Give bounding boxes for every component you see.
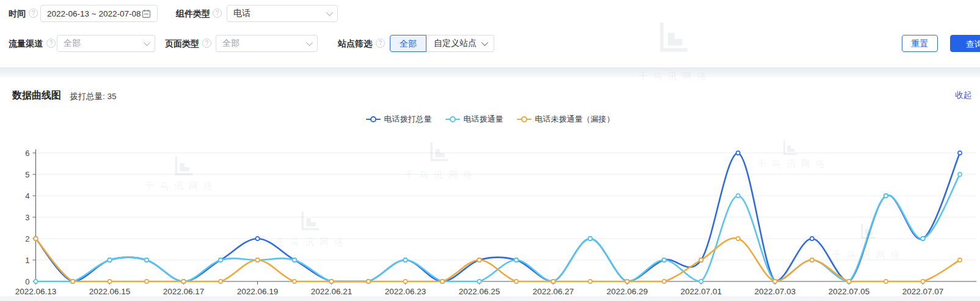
- site-filter-help-icon[interactable]: ?: [376, 39, 385, 48]
- date-range-input[interactable]: 2022-06-13 ~ 2022-07-08: [40, 5, 158, 22]
- chevron-down-icon: [306, 39, 313, 46]
- x-tick-label: 2022.07.07: [902, 287, 944, 296]
- data-point-marker: [662, 280, 666, 283]
- page-type-select[interactable]: 全部: [216, 35, 318, 52]
- site-filter-label: 站点筛选: [338, 35, 372, 52]
- data-point-marker: [255, 237, 259, 240]
- data-point-marker: [403, 280, 407, 283]
- line-chart-canvas[interactable]: 01234562022.06.132022.06.152022.06.17202…: [0, 141, 980, 301]
- component-type-select[interactable]: 电话: [227, 5, 338, 22]
- chart-legend: 电话拨打总量电话拨通量电话未拨通量（漏接）: [0, 114, 980, 125]
- data-point-marker: [736, 237, 740, 240]
- data-point-marker: [293, 258, 296, 262]
- data-point-marker: [699, 258, 703, 262]
- legend-item-0[interactable]: 电话拨打总量: [366, 114, 432, 125]
- calendar-icon: [142, 9, 151, 18]
- page-type-value: 全部: [222, 38, 301, 49]
- y-tick-label: 6: [25, 149, 29, 158]
- data-point-marker: [477, 280, 481, 283]
- data-point-marker: [921, 237, 924, 240]
- section-divider: [0, 67, 980, 77]
- component-type-value: 电话: [233, 8, 321, 19]
- data-point-marker: [403, 258, 407, 262]
- component-type-help-icon[interactable]: ?: [213, 9, 222, 18]
- data-point-marker: [921, 280, 924, 283]
- data-point-marker: [71, 280, 75, 283]
- page-type-label: 页面类型: [165, 35, 199, 52]
- data-point-marker: [477, 258, 481, 262]
- call-total-stat: 拨打总量: 35: [70, 91, 117, 102]
- x-tick-label: 2022.07.03: [755, 287, 796, 296]
- data-point-marker: [588, 280, 592, 283]
- x-tick-label: 2022.06.29: [607, 287, 648, 296]
- data-point-marker: [810, 258, 814, 262]
- watermark-text: 千马讯网络: [404, 169, 478, 181]
- data-point-marker: [441, 280, 444, 283]
- data-point-marker: [108, 258, 111, 262]
- traffic-channel-select[interactable]: 全部: [57, 35, 155, 52]
- panel-title: 数据曲线图: [12, 89, 61, 102]
- reset-button[interactable]: 重置: [902, 35, 938, 52]
- site-filter-segmented: 全部 自定义站点: [390, 35, 494, 52]
- watermark-text: 千马讯网络: [145, 180, 218, 192]
- y-tick-label: 0: [25, 277, 29, 286]
- legend-line-marker-icon: [517, 116, 532, 122]
- chevron-down-icon: [144, 39, 150, 46]
- data-point-marker: [34, 237, 37, 240]
- data-point-marker: [958, 258, 962, 262]
- page-type-help-icon[interactable]: ?: [202, 39, 211, 48]
- x-tick-label: 2022.06.21: [311, 287, 353, 296]
- data-point-marker: [219, 280, 222, 283]
- data-point-marker: [108, 280, 111, 283]
- data-point-marker: [514, 258, 518, 262]
- watermark-logo-icon: [427, 141, 449, 163]
- y-tick-label: 4: [25, 191, 29, 201]
- data-point-marker: [551, 280, 555, 283]
- y-tick-label: 3: [25, 213, 29, 222]
- legend-label: 电话未拨通量（漏接）: [535, 114, 615, 125]
- line-chart-svg: 01234562022.06.132022.06.152022.06.17202…: [0, 141, 980, 301]
- time-filter-label: 时间: [9, 5, 26, 22]
- data-point-marker: [958, 151, 962, 155]
- data-point-marker: [884, 280, 888, 283]
- legend-item-1[interactable]: 电话拨通量: [445, 114, 503, 125]
- x-tick-label: 2022.07.01: [681, 287, 722, 296]
- x-tick-label: 2022.06.23: [385, 287, 426, 296]
- legend-item-2[interactable]: 电话未拨通量（漏接）: [517, 114, 615, 125]
- watermark-text: 千马讯网络: [638, 71, 712, 83]
- data-point-marker: [773, 280, 777, 283]
- legend-label: 电话拨通量: [464, 114, 503, 125]
- collapse-link[interactable]: 收起: [955, 90, 971, 101]
- dashboard-page: { "filters": { "help_glyph": "?", "time"…: [0, 0, 980, 301]
- data-point-marker: [736, 194, 740, 198]
- legend-label: 电话拨打总量: [384, 114, 432, 125]
- watermark-text: 千马讯网络: [832, 250, 905, 261]
- x-tick-label: 2022.06.13: [15, 287, 57, 296]
- x-tick-label: 2022.07.05: [828, 287, 870, 296]
- query-button[interactable]: 查询: [950, 35, 980, 52]
- data-point-marker: [588, 237, 592, 240]
- data-point-marker: [699, 280, 703, 283]
- data-point-marker: [662, 258, 666, 262]
- x-tick-label: 2022.06.25: [459, 287, 500, 296]
- traffic-channel-help-icon[interactable]: ?: [46, 39, 56, 48]
- watermark-text: 千马讯网络: [757, 158, 830, 170]
- next-panel-edge: [0, 297, 980, 301]
- data-point-marker: [847, 280, 850, 283]
- x-tick-label: 2022.06.19: [237, 287, 279, 296]
- data-point-marker: [736, 151, 740, 155]
- data-point-marker: [958, 173, 962, 176]
- chevron-down-icon: [326, 9, 333, 16]
- x-tick-label: 2022.06.17: [163, 287, 205, 296]
- legend-line-marker-icon: [445, 116, 460, 122]
- traffic-channel-label: 流量渠道: [9, 35, 43, 52]
- watermark-logo-icon: [172, 155, 194, 177]
- site-custom-button[interactable]: 自定义站点: [426, 35, 494, 52]
- y-tick-label: 1: [25, 256, 29, 265]
- x-tick-label: 2022.06.27: [533, 287, 574, 296]
- time-help-icon[interactable]: ?: [29, 9, 38, 18]
- x-tick-label: 2022.06.15: [89, 287, 131, 296]
- site-all-button[interactable]: 全部: [390, 35, 426, 52]
- data-point-marker: [219, 258, 222, 262]
- date-range-value: 2022-06-13 ~ 2022-07-08: [47, 9, 142, 18]
